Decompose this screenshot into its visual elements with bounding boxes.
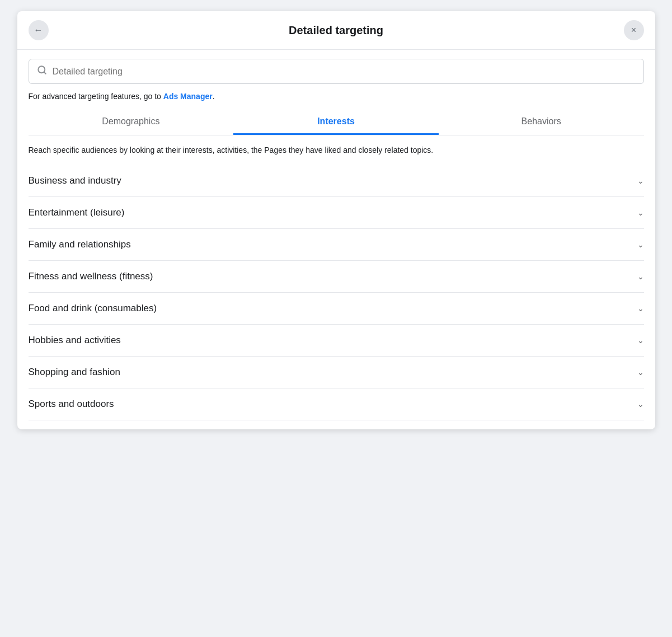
ads-manager-link[interactable]: Ads Manager xyxy=(163,92,213,101)
list-item[interactable]: Entertainment (leisure) ⌄ xyxy=(29,197,644,229)
tab-interests[interactable]: Interests xyxy=(233,110,439,135)
chevron-down-icon: ⌄ xyxy=(637,272,644,281)
tabs-container: Demographics Interests Behaviors xyxy=(29,110,644,135)
tab-demographics[interactable]: Demographics xyxy=(29,110,234,135)
back-button[interactable]: ← xyxy=(29,20,49,40)
chevron-down-icon: ⌄ xyxy=(637,240,644,249)
modal-body: For advanced targeting features, go to A… xyxy=(17,50,655,429)
chevron-down-icon: ⌄ xyxy=(637,208,644,217)
chevron-down-icon: ⌄ xyxy=(637,176,644,185)
list-item[interactable]: Fitness and wellness (fitness) ⌄ xyxy=(29,261,644,293)
list-item[interactable]: Food and drink (consumables) ⌄ xyxy=(29,293,644,325)
list-item[interactable]: Sports and outdoors ⌄ xyxy=(29,388,644,420)
search-box xyxy=(29,59,644,84)
chevron-down-icon: ⌄ xyxy=(637,304,644,313)
chevron-down-icon: ⌄ xyxy=(637,400,644,409)
modal-header: ← Detailed targeting × xyxy=(17,11,655,50)
close-button[interactable]: × xyxy=(624,20,644,40)
chevron-down-icon: ⌄ xyxy=(637,368,644,377)
list-item[interactable]: Hobbies and activities ⌄ xyxy=(29,325,644,357)
svg-line-1 xyxy=(44,72,45,73)
list-item[interactable]: Shopping and fashion ⌄ xyxy=(29,357,644,388)
chevron-down-icon: ⌄ xyxy=(637,336,644,345)
list-item[interactable]: Family and relationships ⌄ xyxy=(29,229,644,261)
modal-container: ← Detailed targeting × For advanced targ… xyxy=(17,11,655,429)
search-icon xyxy=(37,65,47,78)
modal-title: Detailed targeting xyxy=(289,24,383,37)
tab-behaviors[interactable]: Behaviors xyxy=(439,110,644,135)
category-list: Business and industry ⌄ Entertainment (l… xyxy=(29,165,644,420)
list-item[interactable]: Business and industry ⌄ xyxy=(29,165,644,197)
search-input[interactable] xyxy=(53,67,636,77)
interests-description: Reach specific audiences by looking at t… xyxy=(29,144,644,156)
ads-manager-notice: For advanced targeting features, go to A… xyxy=(29,92,644,101)
